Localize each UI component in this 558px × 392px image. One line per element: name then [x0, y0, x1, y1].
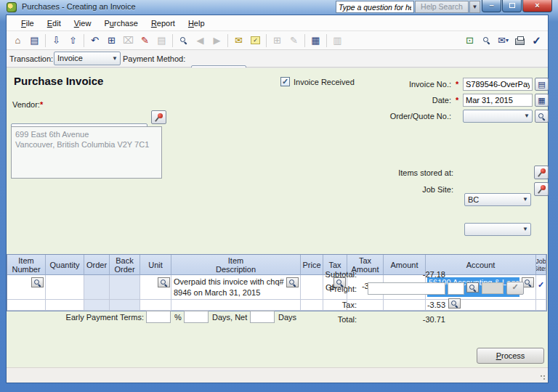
item-lookup-button[interactable]	[31, 277, 44, 287]
calculator-button[interactable]: ▦	[307, 33, 324, 48]
invoice-no-input[interactable]	[463, 78, 533, 91]
date-label: Date:	[355, 96, 451, 105]
invoice-received-checkbox[interactable]: ✓	[280, 77, 290, 86]
app-window: Purchases - Creating an Invoice Help Sea…	[0, 0, 558, 392]
days-net-label: Days, Net	[212, 313, 247, 322]
percent-suffix: %	[174, 313, 182, 322]
freight-tax-lookup-button[interactable]	[466, 282, 479, 293]
minimize-button[interactable]: –	[482, 0, 501, 12]
lookup-button[interactable]	[175, 33, 192, 48]
help-search-dropdown-button[interactable]: ▼	[469, 1, 480, 13]
calendar-button[interactable]: ▦	[535, 94, 549, 107]
copy-transaction-button[interactable]: ⊞	[103, 33, 120, 48]
order-quote-label: Order/Quote No.:	[355, 112, 451, 121]
timeslip-icon: ⊞	[273, 36, 281, 45]
tax-detail-button[interactable]	[448, 298, 461, 309]
undo-icon: ↶	[91, 36, 99, 45]
terms-percent-input[interactable]	[146, 311, 171, 323]
menu-file[interactable]: File	[15, 17, 41, 30]
help-question-input[interactable]	[336, 1, 414, 13]
vendor-address-box: 699 East 6th Avenue Vancouver, British C…	[11, 126, 162, 179]
order-quote-lookup-button[interactable]	[535, 110, 549, 123]
menu-edit[interactable]: Edit	[41, 17, 68, 30]
printer-icon	[515, 38, 525, 45]
store-icon: ⇩	[52, 36, 60, 45]
freight-amount-input[interactable]	[368, 282, 445, 295]
transaction-select[interactable]: Invoice▼	[54, 52, 121, 65]
window-title: Purchases - Creating an Invoice	[22, 2, 136, 11]
terms-net-days-input[interactable]	[250, 311, 275, 323]
unit-cell[interactable]	[140, 275, 171, 300]
job-site-pin-button[interactable]	[534, 182, 549, 196]
maximize-button[interactable]	[502, 0, 522, 12]
chevron-down-icon: ▼	[522, 196, 528, 203]
subtotal-value: -27.18	[387, 270, 445, 279]
title-bar: Purchases - Creating an Invoice Help Sea…	[0, 0, 558, 15]
order-cell[interactable]	[84, 275, 110, 300]
unit-lookup-button[interactable]	[158, 277, 170, 287]
items-stored-pin-button[interactable]	[534, 166, 549, 179]
help-search-button[interactable]: Help Search	[415, 1, 469, 13]
email-button[interactable]: ✉	[230, 33, 247, 48]
copy-icon: ⊞	[108, 36, 116, 45]
job-site-label: Job Site:	[355, 185, 453, 194]
table-row: Overpaid this invoice with chq# 8946 on …	[7, 275, 546, 300]
job-sites-cell[interactable]	[536, 300, 546, 311]
check-icon: ✓	[512, 282, 518, 291]
vendor-pin-button[interactable]	[151, 110, 166, 124]
invoice-lookup-button[interactable]: ▤	[535, 78, 549, 91]
close-button[interactable]: ×	[522, 0, 552, 12]
description-cell[interactable]	[171, 300, 301, 311]
note-icon: ✓	[251, 36, 260, 44]
preview-button[interactable]	[478, 33, 495, 48]
search-icon	[161, 279, 167, 286]
recall-button[interactable]: ⇧	[65, 33, 81, 48]
search-icon	[538, 113, 545, 120]
freight-apply-button[interactable]: ✓	[506, 282, 524, 295]
purchase-invoice-form: Purchase Invoice ✓ Invoice Received Invo…	[7, 68, 548, 367]
menu-help[interactable]: Help	[182, 17, 211, 30]
order-cell[interactable]	[84, 300, 110, 311]
home-button[interactable]: ⌂	[9, 33, 26, 48]
col-quantity: Quantity	[46, 255, 84, 275]
email-form-button[interactable]: ✉▾	[495, 33, 512, 48]
terms-days-input[interactable]	[184, 311, 209, 323]
adjust-invoice-button[interactable]: ✎	[137, 33, 153, 48]
import-button[interactable]: ⊡	[461, 33, 478, 48]
quantity-cell[interactable]	[46, 275, 84, 300]
check-icon: ✓	[532, 36, 541, 45]
journal-button[interactable]: ▤	[26, 33, 43, 48]
unit-cell[interactable]	[140, 300, 171, 311]
toolbar-separator	[84, 34, 84, 47]
description-cell[interactable]: Overpaid this invoice with chq# 8946 on …	[171, 275, 301, 300]
menu-purchase[interactable]: Purchase	[97, 17, 145, 30]
arrow-left-icon: ◀	[197, 36, 204, 45]
items-stored-select[interactable]: BC▼	[464, 193, 531, 206]
item-number-cell[interactable]	[7, 300, 46, 311]
menu-view[interactable]: View	[68, 17, 98, 30]
chevron-down-icon: ▼	[112, 54, 118, 61]
order-quote-select[interactable]: ▼	[463, 110, 533, 123]
resize-grip[interactable]	[540, 375, 546, 380]
timeslip-button: ⊞	[269, 33, 286, 48]
print-button[interactable]	[512, 33, 528, 48]
process-button[interactable]: Process	[477, 348, 544, 364]
menu-report[interactable]: Report	[145, 17, 182, 30]
note-button[interactable]: ✓	[247, 33, 264, 48]
job-site-select[interactable]: ▼	[464, 223, 531, 236]
item-number-cell[interactable]	[7, 275, 46, 300]
job-sites-cell[interactable]: ✓	[536, 275, 546, 300]
home-icon: ⌂	[15, 36, 21, 45]
early-payment-terms-label: Early Payment Terms:	[50, 313, 144, 322]
undo-button[interactable]: ↶	[86, 33, 103, 48]
store-button[interactable]: ⇩	[48, 33, 65, 48]
date-input[interactable]	[463, 94, 533, 107]
void-button: ▤	[153, 33, 170, 48]
toolbar-separator	[45, 34, 46, 47]
freight-tax-code-input[interactable]	[448, 282, 464, 295]
tax-label: Tax:	[283, 301, 357, 309]
process-check-button[interactable]: ✓	[528, 33, 545, 48]
back-order-cell[interactable]	[110, 300, 140, 311]
quantity-cell[interactable]	[46, 300, 84, 311]
back-order-cell[interactable]	[110, 275, 140, 300]
